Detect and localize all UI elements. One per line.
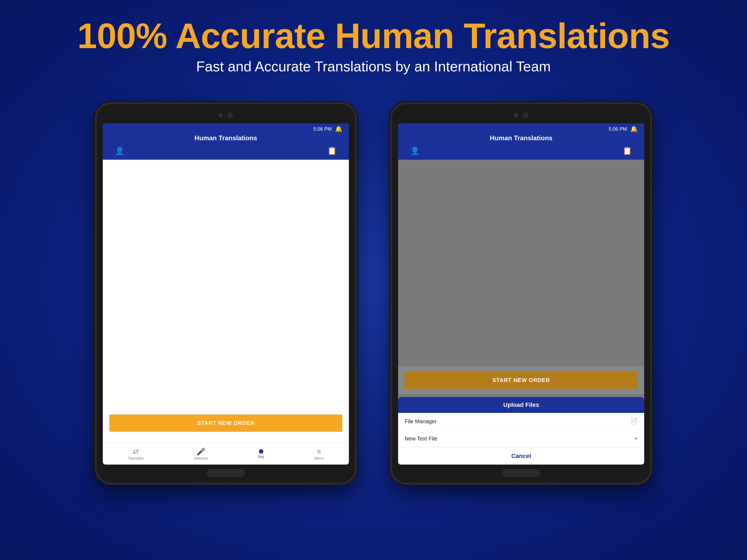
cancel-button[interactable]: Cancel — [398, 447, 644, 464]
nav-menu[interactable]: ≡ Menu — [314, 448, 324, 460]
app-title-right: Human Translations — [490, 134, 552, 142]
notes-icon-right[interactable]: 📋 — [623, 146, 632, 155]
app-title-row-right: Human Translations — [405, 133, 638, 144]
bottom-nav-left: ⇄ Translate 🎤 Interpret Pro ≡ Menu — [103, 443, 349, 464]
tablets-container: 5:06 PM 🔔 Human Translations 👤 📋 START N… — [95, 102, 652, 485]
spacer-right — [398, 394, 644, 397]
nav-pro[interactable]: Pro — [258, 449, 264, 459]
spacer-left — [103, 437, 349, 443]
menu-label: Menu — [314, 456, 324, 460]
user-icon-right[interactable]: 👤 — [410, 146, 420, 155]
nav-translate[interactable]: ⇄ Translate — [128, 448, 144, 460]
time-right: 5:06 PM — [609, 126, 627, 132]
camera-dot-left — [218, 113, 223, 118]
tablet-right: 5:06 PM 🔔 Human Translations 👤 📋 START N… — [390, 102, 652, 485]
interpret-label: Interpret — [194, 456, 208, 460]
notes-icon-left[interactable]: 📋 — [327, 146, 337, 155]
camera-dot-right — [514, 113, 518, 118]
bell-icon-right[interactable]: 🔔 — [630, 126, 638, 133]
nav-interpret[interactable]: 🎤 Interpret — [194, 448, 208, 460]
main-content-right: START NEW ORDER Upload Files File Manage… — [398, 160, 644, 464]
header-icons-left: 👤 📋 — [109, 144, 342, 160]
header-icons-right: 👤 📋 — [405, 144, 638, 160]
start-new-order-btn-right: START NEW ORDER — [405, 372, 638, 389]
main-content-left: START NEW ORDER — [103, 160, 349, 443]
upload-option-file-manager[interactable]: File Manager 📄 — [398, 413, 644, 430]
upload-panel: Upload Files File Manager 📄 New Text Fil… — [398, 397, 644, 464]
camera-lens-left — [227, 112, 233, 119]
app-header-right: 5:06 PM 🔔 Human Translations 👤 📋 — [398, 123, 644, 160]
pro-label: Pro — [258, 455, 264, 459]
status-bar-left: 5:06 PM 🔔 — [109, 123, 342, 133]
home-btn-left[interactable] — [207, 469, 245, 477]
new-text-file-label: New Text File — [405, 436, 437, 442]
page-header: 100% Accurate Human Translations Fast an… — [77, 17, 670, 75]
status-bar-right: 5:06 PM 🔔 — [405, 123, 638, 133]
empty-content-left — [103, 160, 349, 409]
home-btn-right[interactable] — [502, 469, 540, 477]
translate-label: Translate — [128, 456, 144, 460]
new-text-file-icon: + — [634, 435, 638, 442]
camera-area-right — [514, 112, 529, 119]
app-title-left: Human Translations — [195, 134, 257, 142]
pro-dot — [259, 449, 263, 454]
screen-right: 5:06 PM 🔔 Human Translations 👤 📋 START N… — [398, 123, 644, 464]
time-left: 5:06 PM — [313, 126, 332, 132]
screen-left: 5:06 PM 🔔 Human Translations 👤 📋 START N… — [103, 123, 349, 464]
camera-area-left — [218, 112, 233, 119]
main-title: 100% Accurate Human Translations — [77, 17, 670, 55]
subtitle: Fast and Accurate Translations by an Int… — [77, 58, 670, 75]
upload-option-new-text[interactable]: New Text File + — [398, 430, 644, 447]
start-new-order-btn-left[interactable]: START NEW ORDER — [109, 414, 342, 432]
translate-icon: ⇄ — [133, 448, 139, 455]
app-title-row-left: Human Translations — [109, 133, 342, 144]
bell-icon-left[interactable]: 🔔 — [335, 126, 342, 133]
interpret-icon: 🎤 — [197, 448, 205, 455]
camera-lens-right — [522, 112, 529, 119]
app-header-left: 5:06 PM 🔔 Human Translations 👤 📋 — [103, 123, 349, 160]
file-manager-icon: 📄 — [630, 418, 638, 425]
upload-files-header: Upload Files — [398, 397, 644, 413]
file-manager-label: File Manager — [405, 418, 437, 425]
gray-content-right — [398, 160, 644, 366]
menu-icon: ≡ — [317, 448, 321, 455]
user-icon-left[interactable]: 👤 — [115, 146, 124, 155]
tablet-left: 5:06 PM 🔔 Human Translations 👤 📋 START N… — [95, 102, 357, 485]
